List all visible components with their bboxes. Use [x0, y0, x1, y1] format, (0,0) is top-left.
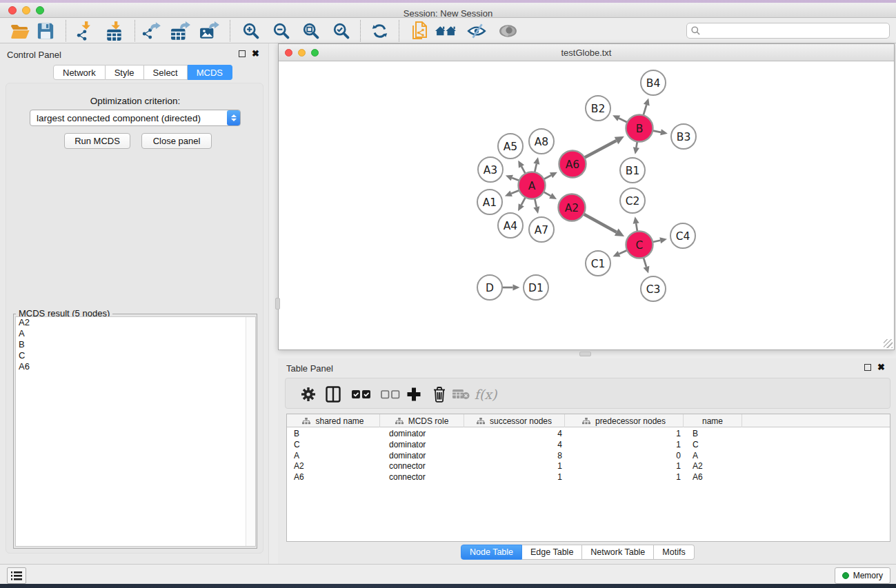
edge-A-A1[interactable]: [511, 190, 519, 193]
edge-C-C1[interactable]: [619, 250, 627, 254]
import-network-icon[interactable]: [74, 21, 95, 41]
tab-node-table[interactable]: Node Table: [461, 545, 522, 560]
result-item[interactable]: A6: [16, 361, 255, 372]
list-icon: [11, 571, 22, 580]
cell-MCDS-role: connector: [380, 472, 464, 483]
application-window: Session: New Session Control Panel ✖ Net…: [0, 0, 896, 588]
column-header-successor-nodes[interactable]: successor nodes: [464, 414, 565, 427]
search-field[interactable]: [686, 23, 890, 39]
export-table-icon[interactable]: [170, 21, 191, 41]
function-builder-icon: f(x): [475, 384, 496, 405]
cell-name: A: [684, 451, 742, 462]
memory-button[interactable]: Memory: [835, 567, 890, 584]
cell-successor-nodes: 1: [464, 472, 565, 483]
float-table-panel-icon[interactable]: [864, 364, 871, 371]
delete-icon[interactable]: [429, 384, 450, 405]
result-item[interactable]: A: [16, 328, 255, 339]
edge-A6-B[interactable]: [585, 141, 617, 158]
close-panel-button[interactable]: Close panel: [141, 133, 212, 149]
save-session-icon[interactable]: [35, 21, 56, 41]
result-scrollbar[interactable]: [246, 317, 255, 546]
tab-motifs[interactable]: Motifs: [654, 545, 694, 560]
table-row[interactable]: A2connector11A2: [287, 461, 890, 472]
network-view-window[interactable]: testGlobe.txt B4B2BB3A8A5A6A3B1AC2A1A2A4…: [278, 43, 895, 350]
column-header-MCDS-role[interactable]: MCDS role: [380, 414, 464, 427]
split-columns-icon[interactable]: [323, 384, 344, 405]
node-table[interactable]: shared name MCDS role successor nodes pr…: [286, 414, 890, 542]
zoom-out-icon[interactable]: [271, 21, 292, 41]
table-row[interactable]: Adominator80A: [287, 451, 890, 462]
edge-A-A7[interactable]: [535, 199, 537, 207]
vertical-divider-handle[interactable]: [275, 298, 280, 310]
close-table-panel-icon[interactable]: ✖: [877, 363, 885, 372]
zoom-selected-icon[interactable]: [331, 21, 352, 41]
horizontal-divider-handle[interactable]: [579, 352, 591, 356]
hide-glasses-icon[interactable]: [466, 21, 487, 41]
edge-B-B2[interactable]: [619, 119, 627, 123]
tab-edge-table[interactable]: Edge Table: [522, 545, 582, 560]
tab-network-table[interactable]: Network Table: [582, 545, 654, 560]
export-image-icon[interactable]: [199, 21, 220, 41]
edge-B-B3[interactable]: [653, 131, 661, 132]
column-header-predecessor-nodes[interactable]: predecessor nodes: [565, 414, 684, 427]
network-document-icon[interactable]: [410, 21, 430, 41]
edge-C-C3[interactable]: [644, 258, 646, 267]
arrowhead-icon: [644, 98, 650, 105]
select-all-icon[interactable]: [351, 384, 372, 405]
close-panel-icon[interactable]: ✖: [252, 50, 259, 58]
edge-C-C2[interactable]: [636, 223, 637, 231]
refresh-layout-icon[interactable]: [369, 21, 390, 41]
deselect-all-icon[interactable]: [380, 384, 401, 405]
edge-A-A2[interactable]: [544, 192, 551, 196]
zoom-fit-icon[interactable]: [301, 21, 321, 41]
float-panel-icon[interactable]: [239, 50, 246, 57]
import-table-icon[interactable]: [104, 21, 125, 41]
home-pair-icon[interactable]: [435, 21, 456, 41]
settings-gear-icon[interactable]: [298, 384, 319, 405]
edge-A-A3[interactable]: [512, 178, 519, 181]
table-row[interactable]: A6connector11A6: [287, 472, 890, 483]
column-header-name[interactable]: name: [684, 414, 742, 427]
arrowhead-icon: [533, 157, 539, 165]
result-item[interactable]: A2: [16, 317, 255, 328]
search-input[interactable]: [704, 26, 889, 36]
tab-mcds[interactable]: MCDS: [188, 65, 232, 80]
edge-A-A8[interactable]: [535, 164, 537, 172]
run-mcds-button[interactable]: Run MCDS: [64, 133, 130, 149]
tab-network[interactable]: Network: [53, 65, 106, 80]
mcds-result-list[interactable]: A2ABCA6: [15, 316, 256, 547]
edge-A2-C[interactable]: [584, 214, 617, 232]
node-label-B4: B4: [646, 77, 661, 90]
network-graph-canvas[interactable]: B4B2BB3A8A5A6A3B1AC2A1A2A4A7C4CC1C3DD1: [279, 61, 894, 349]
resize-grip-icon[interactable]: [884, 339, 893, 348]
cell-shared-name: A6: [287, 472, 380, 483]
open-session-icon[interactable]: [10, 21, 30, 41]
edge-B-B4[interactable]: [644, 105, 646, 115]
criterion-select[interactable]: largest connected component (directed): [30, 110, 241, 126]
show-eye-icon[interactable]: [497, 21, 518, 41]
column-header-shared-name[interactable]: shared name: [287, 414, 380, 427]
tab-style[interactable]: Style: [106, 65, 144, 80]
result-item[interactable]: B: [16, 339, 255, 350]
zoom-in-icon[interactable]: [241, 21, 261, 41]
result-item[interactable]: C: [16, 350, 255, 361]
arrowhead-icon: [660, 129, 668, 135]
table-row[interactable]: Cdominator41C: [287, 440, 890, 451]
arrowhead-icon: [659, 237, 667, 243]
arrowhead-icon: [506, 175, 513, 181]
edge-A-A6[interactable]: [544, 175, 551, 179]
edge-B-B1[interactable]: [636, 142, 637, 148]
network-window-titlebar[interactable]: testGlobe.txt: [279, 44, 894, 61]
edge-A-A5[interactable]: [521, 166, 525, 173]
add-icon[interactable]: [404, 384, 424, 405]
node-label-C: C: [636, 239, 644, 252]
cell-predecessor-nodes: 0: [565, 451, 684, 462]
edge-C-C4[interactable]: [653, 241, 661, 242]
node-label-A5: A5: [504, 141, 517, 153]
table-row[interactable]: Bdominator41B: [287, 429, 890, 440]
edge-A-A4[interactable]: [521, 198, 526, 205]
app-titlebar[interactable]: Session: New Session: [0, 3, 896, 18]
tab-select[interactable]: Select: [144, 65, 188, 80]
export-network-icon[interactable]: [141, 21, 162, 41]
task-history-button[interactable]: [7, 567, 26, 584]
